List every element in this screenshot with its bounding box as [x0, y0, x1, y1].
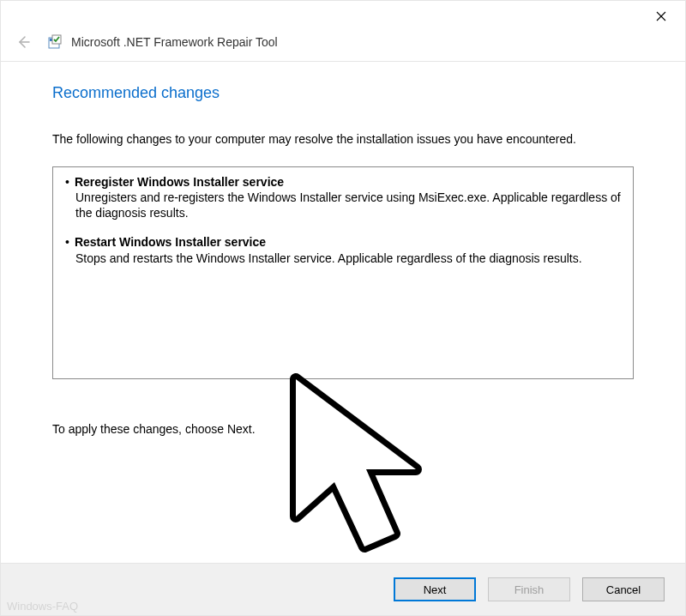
change-item: • Reregister Windows Installer service U… [65, 174, 621, 221]
cursor-pointer-overlay [279, 362, 467, 568]
apply-hint: To apply these changes, choose Next. [52, 422, 634, 436]
back-button [15, 33, 32, 51]
footer-bar: Next Finish Cancel [1, 563, 685, 615]
finish-button: Finish [488, 577, 570, 601]
change-title: Restart Windows Installer service [75, 234, 266, 250]
titlebar [1, 1, 685, 28]
app-icon [47, 34, 63, 50]
change-description: Unregisters and re-registers the Windows… [75, 190, 621, 220]
wizard-window: Microsoft .NET Framework Repair Tool Rec… [0, 0, 686, 616]
content-area: Recommended changes The following change… [1, 62, 685, 563]
watermark-text: Windows-FAQ [7, 600, 78, 613]
back-arrow-icon [15, 34, 31, 50]
close-icon [656, 11, 666, 21]
change-item: • Restart Windows Installer service Stop… [65, 234, 621, 265]
header-bar: Microsoft .NET Framework Repair Tool [1, 28, 685, 62]
bullet-icon: • [65, 174, 69, 190]
page-heading: Recommended changes [52, 84, 634, 102]
changes-list: • Reregister Windows Installer service U… [52, 166, 634, 379]
change-description: Stops and restarts the Windows Installer… [75, 251, 621, 266]
next-button[interactable]: Next [394, 577, 476, 601]
installer-icon [47, 34, 63, 50]
cancel-button[interactable]: Cancel [582, 577, 665, 601]
app-title: Microsoft .NET Framework Repair Tool [71, 35, 278, 49]
close-button[interactable] [644, 4, 678, 28]
intro-text: The following changes to your computer m… [52, 131, 634, 148]
change-title: Reregister Windows Installer service [75, 174, 284, 190]
bullet-icon: • [65, 234, 69, 250]
